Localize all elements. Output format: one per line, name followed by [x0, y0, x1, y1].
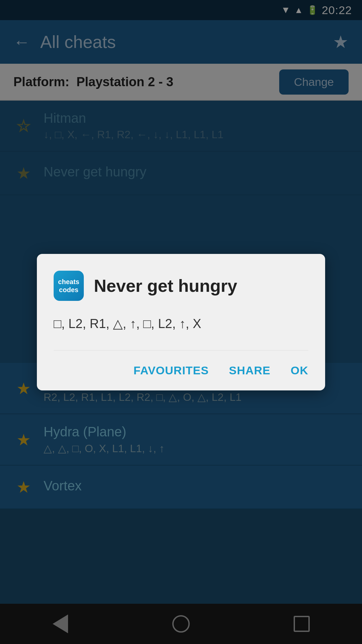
modal-cheat-code: □, L2, R1, △, ↑, □, L2, ↑, X	[54, 314, 308, 333]
favourites-button[interactable]: FAVOURITES	[133, 361, 209, 380]
share-button[interactable]: SHARE	[229, 361, 270, 380]
app-icon: cheats codes	[54, 271, 84, 301]
modal-actions: FAVOURITES SHARE OK	[54, 350, 308, 380]
modal-title: Never get hungry	[94, 276, 237, 296]
modal-header: cheats codes Never get hungry	[54, 271, 308, 301]
ok-button[interactable]: OK	[291, 361, 308, 380]
cheat-detail-modal: cheats codes Never get hungry □, L2, R1,…	[37, 254, 325, 390]
modal-overlay: cheats codes Never get hungry □, L2, R1,…	[0, 0, 362, 644]
